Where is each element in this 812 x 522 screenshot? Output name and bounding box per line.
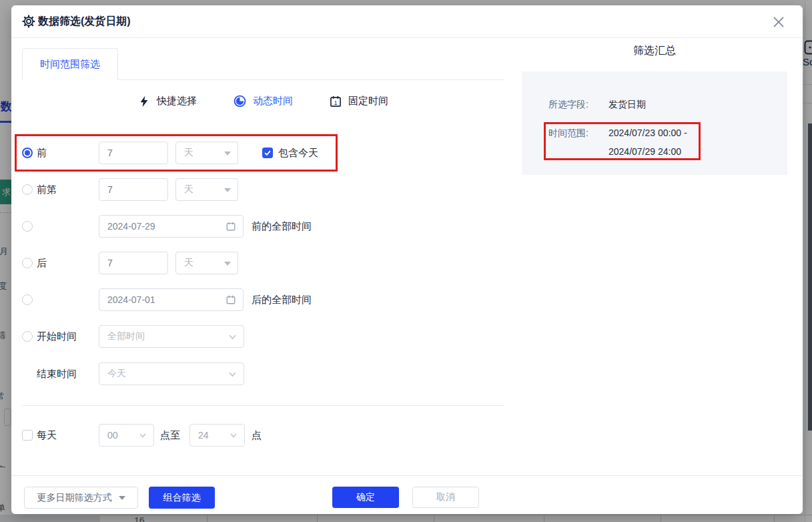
summary-range-line2: 2024/07/29 24:00 bbox=[608, 146, 681, 157]
daily-checkbox[interactable] bbox=[22, 430, 33, 441]
dialog-title: 数据筛选(发货日期) bbox=[38, 15, 131, 29]
after-count-value: 7 bbox=[107, 258, 113, 268]
filter-row-end-time: 结束时间 今天 bbox=[22, 362, 244, 385]
before-nth-count-value: 7 bbox=[107, 184, 113, 195]
unit-value: 天 bbox=[184, 184, 193, 196]
filter-row-before-nth: 前第 7 天 bbox=[22, 178, 238, 201]
row-suffix: 后的全部时间 bbox=[252, 294, 312, 306]
chevron-down-icon bbox=[228, 370, 237, 378]
clock-icon bbox=[233, 94, 247, 108]
filter-row-after-all: 2024-07-01 后的全部时间 bbox=[22, 288, 312, 311]
chevron-down-icon bbox=[230, 431, 238, 439]
data-filter-dialog: 数据筛选(发货日期) 时间范围筛选 快捷选择 动 bbox=[11, 5, 803, 514]
section-divider bbox=[22, 405, 504, 406]
close-button[interactable] bbox=[771, 14, 787, 30]
filter-row-before: 前 7 天 包含今天 bbox=[22, 142, 318, 164]
summary-field-label: 所选字段: bbox=[548, 99, 588, 111]
check-icon bbox=[263, 148, 272, 158]
daily-to-select[interactable]: 24 bbox=[189, 424, 245, 447]
svg-text:1: 1 bbox=[334, 99, 338, 105]
summary-panel: 所选字段: 发货日期 时间范围: 2024/07/23 00:00 - 2024… bbox=[522, 71, 787, 175]
tab-time-range-filter[interactable]: 时间范围筛选 bbox=[22, 48, 118, 80]
mode-dynamic-time[interactable]: 动态时间 bbox=[233, 94, 293, 108]
screen: 数 求 1月 合度 筛 常 广 表单 Sc 16 bbox=[0, 0, 812, 522]
row-label: 后 bbox=[37, 257, 99, 270]
after-unit-select[interactable]: 天 bbox=[175, 252, 238, 274]
summary-range-label: 时间范围: bbox=[548, 127, 588, 140]
radio-start-time[interactable] bbox=[22, 331, 33, 342]
dialog-header: 数据筛选(发货日期) bbox=[11, 5, 803, 38]
row-label: 开始时间 bbox=[37, 330, 99, 343]
before-count-input[interactable]: 7 bbox=[99, 142, 168, 164]
mode-selector: 快捷选择 动态时间 1 固定时间 bbox=[22, 94, 504, 108]
mode-quick-select[interactable]: 快捷选择 bbox=[137, 94, 197, 108]
chevron-down-icon bbox=[139, 431, 147, 439]
end-time-value: 今天 bbox=[107, 368, 126, 380]
calendar-icon bbox=[226, 221, 236, 232]
before-all-date-input[interactable]: 2024-07-29 bbox=[99, 215, 244, 238]
daily-to-value: 24 bbox=[198, 430, 209, 441]
unit-value: 天 bbox=[184, 257, 193, 269]
row-label: 结束时间 bbox=[37, 368, 99, 380]
date-value: 2024-07-29 bbox=[107, 221, 155, 232]
combo-filter-button[interactable]: 组合筛选 bbox=[149, 487, 215, 509]
cancel-button[interactable]: 取消 bbox=[412, 487, 479, 508]
before-nth-unit-select[interactable]: 天 bbox=[175, 178, 238, 201]
after-all-date-input[interactable]: 2024-07-01 bbox=[99, 288, 244, 311]
caret-down-icon bbox=[224, 262, 231, 269]
mode-label: 固定时间 bbox=[348, 95, 388, 107]
tab-bar: 时间范围筛选 bbox=[22, 49, 504, 80]
caret-down-icon bbox=[224, 188, 231, 196]
summary-title: 筛选汇总 bbox=[522, 44, 787, 58]
summary-field-value: 发货日期 bbox=[608, 99, 646, 111]
dialog-footer: 更多日期筛选方式 组合筛选 确定 取消 bbox=[11, 475, 803, 514]
after-count-input[interactable]: 7 bbox=[99, 252, 168, 274]
daily-between-label: 点至 bbox=[160, 429, 180, 442]
before-unit-select[interactable]: 天 bbox=[175, 142, 238, 164]
unit-value: 天 bbox=[184, 147, 193, 159]
radio-before-all[interactable] bbox=[22, 221, 33, 232]
confirm-button[interactable]: 确定 bbox=[332, 487, 399, 508]
filter-row-after: 后 7 天 bbox=[22, 252, 238, 274]
radio-before-nth[interactable] bbox=[22, 184, 33, 195]
row-label: 前第 bbox=[37, 184, 99, 196]
mode-label: 动态时间 bbox=[253, 95, 293, 107]
calendar-icon: 1 bbox=[329, 95, 342, 108]
start-time-value: 全部时间 bbox=[107, 330, 145, 342]
row-label: 每天 bbox=[37, 429, 99, 442]
start-time-select[interactable]: 全部时间 bbox=[99, 325, 244, 348]
filter-row-before-all: 2024-07-29 前的全部时间 bbox=[22, 215, 312, 238]
calendar-icon bbox=[226, 294, 236, 305]
more-date-filter-label: 更多日期筛选方式 bbox=[37, 492, 112, 504]
radio-after-all[interactable] bbox=[22, 294, 33, 305]
radio-before[interactable] bbox=[22, 148, 33, 158]
row-label: 前 bbox=[37, 147, 99, 160]
radio-after[interactable] bbox=[22, 258, 33, 268]
include-today-label: 包含今天 bbox=[278, 147, 318, 160]
caret-down-icon bbox=[224, 152, 231, 159]
mode-fixed-time[interactable]: 1 固定时间 bbox=[329, 94, 388, 108]
summary-range-line1: 2024/07/23 00:00 - bbox=[608, 127, 687, 138]
gear-icon bbox=[22, 15, 35, 28]
daily-suffix: 点 bbox=[252, 429, 262, 442]
row-suffix: 前的全部时间 bbox=[252, 220, 312, 233]
chevron-down-icon bbox=[228, 332, 237, 341]
caret-down-icon bbox=[119, 496, 125, 503]
mode-label: 快捷选择 bbox=[157, 95, 197, 107]
daily-from-value: 00 bbox=[107, 430, 118, 441]
lightning-icon bbox=[137, 95, 151, 108]
date-value: 2024-07-01 bbox=[107, 294, 155, 305]
filter-row-daily: 每天 00 点至 24 点 bbox=[22, 424, 262, 447]
end-time-select[interactable]: 今天 bbox=[99, 362, 244, 385]
before-count-value: 7 bbox=[107, 148, 113, 158]
close-icon bbox=[771, 14, 787, 30]
include-today-checkbox[interactable] bbox=[262, 148, 273, 158]
filter-row-start-time: 开始时间 全部时间 bbox=[22, 325, 244, 348]
daily-from-select[interactable]: 00 bbox=[99, 424, 154, 447]
more-date-filter-button[interactable]: 更多日期筛选方式 bbox=[24, 487, 138, 509]
before-nth-count-input[interactable]: 7 bbox=[99, 178, 168, 201]
